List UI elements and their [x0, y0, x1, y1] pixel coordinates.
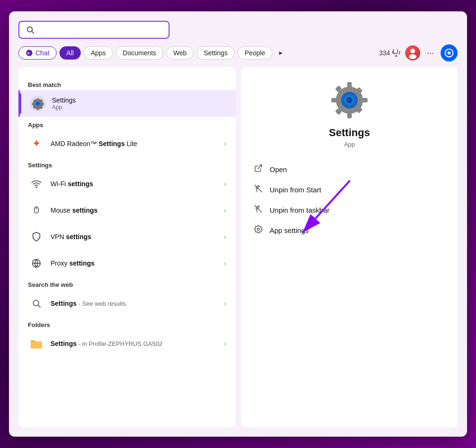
right-panel: Settings App Open: [241, 67, 458, 427]
action-unpin-start-label: Unpin from Start: [270, 186, 321, 194]
result-wifi-settings[interactable]: Wi-Fi settings ›: [18, 171, 236, 197]
svg-point-29: [347, 97, 353, 103]
folder-settings-title: Settings - in Profile-ZEPHYRUS GA502: [51, 340, 224, 347]
svg-line-1: [32, 31, 34, 33]
unpin-start-icon: [253, 184, 264, 195]
open-icon: [253, 164, 264, 175]
avatar-image: [406, 46, 419, 60]
action-open[interactable]: Open: [253, 159, 446, 180]
search-bar[interactable]: Settings: [18, 21, 170, 39]
proxy-title: Proxy settings: [51, 259, 224, 267]
svg-line-30: [258, 165, 262, 169]
web-settings-title: Settings - See web results: [51, 300, 224, 307]
amd-title: AMD Radeon™ Settings Lite: [51, 140, 224, 147]
unpin-taskbar-icon: [253, 205, 264, 215]
svg-rect-19: [347, 113, 352, 118]
tab-all[interactable]: All: [60, 46, 81, 60]
svg-point-35: [257, 228, 260, 231]
trophy-icon: [392, 49, 400, 57]
mouse-title: Mouse settings: [51, 207, 224, 214]
main-content: Best match Settings: [18, 67, 458, 427]
folder-settings-chevron: ›: [224, 340, 226, 347]
svg-line-17: [38, 305, 41, 308]
result-web-settings[interactable]: Settings - See web results ›: [18, 290, 236, 317]
svg-rect-21: [362, 98, 367, 103]
result-vpn-settings[interactable]: VPN settings ›: [18, 224, 236, 250]
tab-apps[interactable]: Apps: [84, 46, 113, 60]
svg-rect-18: [347, 82, 352, 87]
search-icon: [26, 26, 34, 34]
svg-point-10: [36, 102, 39, 105]
web-settings-chevron: ›: [224, 300, 226, 307]
cortana-icon: [444, 48, 454, 58]
mouse-icon: [28, 202, 45, 219]
mouse-chevron: ›: [224, 207, 226, 214]
svg-point-5: [409, 54, 416, 59]
more-tabs-button[interactable]: ►: [275, 47, 287, 59]
vpn-chevron: ›: [224, 233, 226, 241]
web-search-icon: [28, 295, 45, 312]
svg-line-31: [255, 185, 262, 192]
tab-documents[interactable]: Documents: [116, 46, 163, 60]
action-app-settings[interactable]: App settings: [253, 220, 446, 241]
settings-gear-icon: [29, 95, 46, 112]
proxy-icon: [28, 255, 45, 272]
result-proxy-settings[interactable]: Proxy settings ›: [18, 250, 236, 276]
svg-point-4: [410, 49, 415, 53]
folder-icon: [28, 335, 45, 352]
cortana-button[interactable]: [441, 44, 458, 61]
detail-app-name: Settings: [329, 127, 370, 139]
more-options-button[interactable]: ···: [425, 48, 436, 58]
search-input[interactable]: Settings: [39, 26, 162, 34]
svg-text:b: b: [27, 51, 30, 55]
detail-app-icon: [331, 81, 368, 119]
tab-settings[interactable]: Settings: [196, 46, 235, 60]
section-apps: Apps: [18, 119, 236, 130]
detail-app-type: App: [344, 141, 355, 148]
settings-app-sub: App: [52, 104, 226, 111]
action-app-settings-label: App settings: [270, 226, 309, 234]
wifi-title: Wi-Fi settings: [51, 180, 224, 188]
left-panel: Best match Settings: [18, 67, 236, 427]
action-unpin-taskbar-label: Unpin from taskbar: [270, 206, 330, 214]
tab-people[interactable]: People: [238, 46, 272, 60]
amd-chevron: ›: [224, 140, 226, 147]
wifi-chevron: ›: [224, 180, 226, 188]
section-settings-label: Settings: [18, 159, 236, 171]
tab-chat[interactable]: b Chat: [18, 46, 57, 60]
wifi-icon: [28, 175, 45, 192]
svg-rect-20: [332, 98, 337, 103]
result-mouse-settings[interactable]: Mouse settings ›: [18, 197, 236, 224]
amd-icon: ✦: [28, 135, 45, 152]
search-window: Settings b Chat All Apps Documents Web S…: [9, 11, 467, 437]
section-folders: Folders: [18, 319, 236, 330]
user-avatar[interactable]: [405, 45, 420, 60]
svg-line-33: [255, 206, 262, 213]
tab-web[interactable]: Web: [166, 46, 194, 60]
right-icons: 334 ···: [379, 44, 458, 61]
vpn-icon: [28, 228, 45, 245]
action-unpin-start[interactable]: Unpin from Start: [253, 180, 446, 200]
svg-point-7: [448, 52, 451, 55]
section-search-web: Search the web: [18, 278, 236, 290]
app-settings-icon: [253, 225, 264, 236]
action-unpin-taskbar[interactable]: Unpin from taskbar: [253, 200, 446, 220]
points-badge: 334: [379, 49, 400, 57]
settings-app-title: Settings: [52, 96, 226, 104]
action-open-label: Open: [270, 165, 287, 173]
vpn-title: VPN settings: [51, 233, 224, 241]
tab-row: b Chat All Apps Documents Web Settings P…: [18, 44, 458, 61]
bing-chat-icon: b: [26, 49, 33, 57]
section-best-match: Best match: [18, 78, 236, 90]
result-settings-app[interactable]: Settings App: [18, 90, 236, 117]
result-folder-settings[interactable]: Settings - in Profile-ZEPHYRUS GA502 ›: [18, 330, 236, 357]
proxy-chevron: ›: [224, 259, 226, 267]
svg-point-11: [36, 187, 37, 188]
result-amd-radeon[interactable]: ✦ AMD Radeon™ Settings Lite ›: [18, 130, 236, 157]
